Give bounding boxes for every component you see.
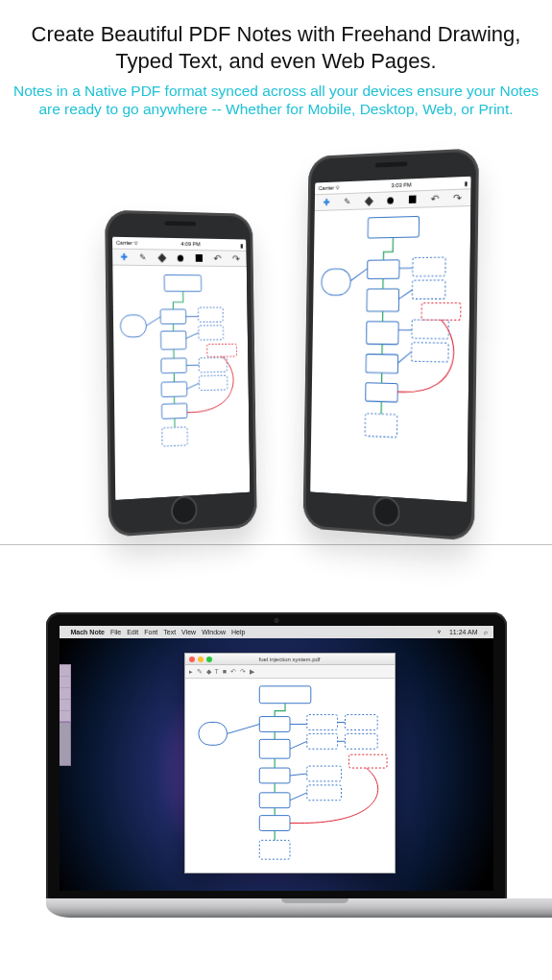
add-icon[interactable]: ✚ <box>323 197 331 206</box>
mac-menubar: Mach Note File Edit Font Text View Windo… <box>60 626 493 638</box>
laptop-base <box>46 898 553 918</box>
menubar-clock[interactable]: 11:24 AM <box>449 629 478 635</box>
phone-right-canvas[interactable] <box>310 206 470 502</box>
svg-rect-16 <box>413 257 446 276</box>
battery-icon: ▮ <box>240 242 243 249</box>
svg-rect-34 <box>259 768 290 783</box>
svg-rect-11 <box>162 427 188 446</box>
pen-icon[interactable]: ✎ <box>344 197 352 206</box>
svg-rect-22 <box>366 354 398 373</box>
tool-color-icon[interactable]: ■ <box>223 668 227 675</box>
svg-rect-7 <box>199 357 227 372</box>
window-title: fuel injection system.pdf <box>185 657 395 662</box>
undo-icon[interactable]: ↶ <box>213 253 222 263</box>
brush-size-icon[interactable] <box>177 252 185 262</box>
tool-redo-icon[interactable]: ↷ <box>240 668 246 676</box>
svg-rect-3 <box>198 307 223 322</box>
menu-text[interactable]: Text <box>163 629 176 635</box>
color-icon[interactable] <box>195 253 204 263</box>
menu-font[interactable]: Font <box>144 629 157 635</box>
carrier-label: Carrier ᯤ <box>116 239 139 245</box>
menu-edit[interactable]: Edit <box>127 629 138 635</box>
wifi-icon[interactable]: ᯤ <box>437 629 444 635</box>
tool-undo-icon[interactable]: ↶ <box>230 668 236 676</box>
clock-label: 4:09 PM <box>180 241 200 247</box>
clock-label: 3:03 PM <box>392 181 412 188</box>
menubar-app-name[interactable]: Mach Note <box>71 629 105 635</box>
svg-rect-4 <box>199 325 224 340</box>
svg-rect-17 <box>412 280 445 299</box>
phone-left-toolbar: ✚ ✎ ↶ ↷ <box>112 248 247 267</box>
sidebar-panel[interactable] <box>60 664 71 722</box>
subheadline: Notes in a Native PDF format synced acro… <box>0 78 552 119</box>
svg-rect-13 <box>368 216 419 238</box>
shape-icon[interactable] <box>365 196 373 205</box>
sidebar-panel-secondary[interactable] <box>60 722 71 766</box>
svg-rect-27 <box>198 723 227 746</box>
tool-text-icon[interactable]: T <box>215 668 219 675</box>
document-window: fuel injection system.pdf ▸ ✎ ◆ T ■ ↶ ↷ … <box>184 653 396 873</box>
svg-rect-40 <box>348 754 387 768</box>
laptop-screen: Mach Note File Edit Font Text View Windo… <box>46 612 507 900</box>
svg-rect-6 <box>161 358 187 373</box>
svg-rect-12 <box>207 344 237 356</box>
svg-rect-18 <box>367 289 399 312</box>
menu-file[interactable]: File <box>110 629 121 635</box>
phones-stage: Carrier ᯤ 4:09 PM ▮ ✚ ✎ ↶ ↷ <box>0 127 552 568</box>
redo-icon[interactable]: ↷ <box>231 253 240 263</box>
svg-rect-15 <box>368 260 399 279</box>
flowchart-icon <box>112 265 250 499</box>
flowchart-icon <box>185 679 395 872</box>
desktop-wallpaper: Mach Note File Edit Font Text View Windo… <box>60 626 493 891</box>
laptop: Mach Note File Edit Font Text View Windo… <box>46 612 507 918</box>
window-toolbar: ▸ ✎ ◆ T ■ ↶ ↷ ▶ <box>185 665 395 679</box>
svg-rect-23 <box>366 382 398 401</box>
phone-left: Carrier ᯤ 4:09 PM ▮ ✚ ✎ ↶ ↷ <box>105 209 257 537</box>
svg-rect-2 <box>160 309 186 323</box>
phone-right: Carrier ᯤ 3:03 PM ▮ ✚ ✎ ↶ ↷ <box>302 148 479 541</box>
tool-pointer-icon[interactable]: ▸ <box>189 668 193 676</box>
svg-rect-21 <box>412 343 449 362</box>
menu-window[interactable]: Window <box>202 629 226 635</box>
svg-rect-32 <box>345 733 377 749</box>
undo-icon[interactable]: ↶ <box>430 193 440 203</box>
spotlight-icon[interactable]: ⌕ <box>484 629 488 635</box>
color-icon[interactable] <box>408 194 418 204</box>
svg-rect-31 <box>306 733 337 749</box>
svg-rect-9 <box>161 381 187 396</box>
svg-rect-1 <box>120 315 146 337</box>
tool-shape-icon[interactable]: ◆ <box>206 668 211 676</box>
svg-rect-10 <box>161 403 187 418</box>
document-canvas[interactable] <box>185 679 395 872</box>
flowchart-icon <box>310 206 470 502</box>
window-titlebar[interactable]: fuel injection system.pdf <box>185 654 395 665</box>
tool-play-icon[interactable]: ▶ <box>250 668 254 676</box>
headline: Create Beautiful PDF Notes with Freehand… <box>0 0 552 78</box>
svg-rect-25 <box>421 303 461 321</box>
svg-rect-20 <box>412 320 449 339</box>
menu-view[interactable]: View <box>181 629 196 635</box>
reflection-line <box>0 544 552 545</box>
add-icon[interactable]: ✚ <box>119 251 128 261</box>
shape-icon[interactable] <box>157 252 166 262</box>
phone-left-screen: Carrier ᯤ 4:09 PM ▮ ✚ ✎ ↶ ↷ <box>112 236 250 499</box>
svg-rect-0 <box>164 275 202 291</box>
svg-rect-14 <box>322 269 351 296</box>
svg-rect-5 <box>160 331 186 349</box>
battery-icon: ▮ <box>465 179 468 185</box>
svg-rect-29 <box>306 715 337 730</box>
pen-icon[interactable]: ✎ <box>138 252 147 262</box>
phone-right-screen: Carrier ᯤ 3:03 PM ▮ ✚ ✎ ↶ ↷ <box>310 177 471 502</box>
tool-pen-icon[interactable]: ✎ <box>197 668 203 676</box>
svg-rect-33 <box>259 739 290 758</box>
webcam-icon <box>274 618 278 623</box>
redo-icon[interactable]: ↷ <box>453 192 463 203</box>
menu-help[interactable]: Help <box>231 629 245 635</box>
svg-rect-8 <box>199 375 227 391</box>
svg-rect-35 <box>306 766 341 781</box>
svg-rect-39 <box>259 840 290 859</box>
svg-rect-38 <box>259 816 290 831</box>
brush-size-icon[interactable] <box>386 195 395 204</box>
phone-left-canvas[interactable] <box>112 265 250 499</box>
svg-rect-36 <box>306 785 341 801</box>
